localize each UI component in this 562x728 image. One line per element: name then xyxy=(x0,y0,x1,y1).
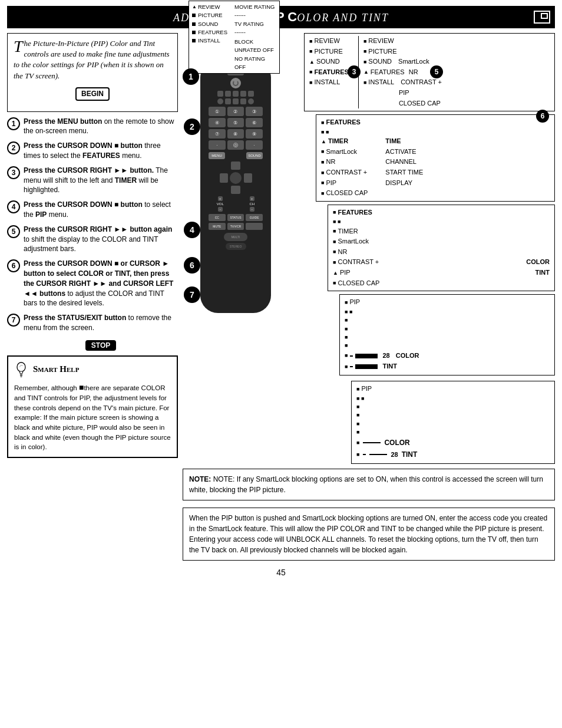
numpad-6[interactable]: ⑥ xyxy=(246,118,263,127)
dpad-down[interactable] xyxy=(231,186,240,194)
step-7: 7 Press the STATUS/EXIT button to remove… xyxy=(7,313,178,333)
remote-mute-btn[interactable]: MUTE xyxy=(209,223,226,230)
smart-help-box: Smart Help Remember, although ■there are… xyxy=(7,355,178,458)
step-4: 4 Press the CURSOR DOWN ■ button to sele… xyxy=(7,200,178,220)
step-2: 2 Press the CURSOR DOWN ■ button three t… xyxy=(7,141,178,161)
remote-sound-btn[interactable]: SOUND xyxy=(246,152,263,159)
bottom-text-box: When the PIP button is pushed and SmartL… xyxy=(183,508,555,561)
step-3-num: 3 xyxy=(7,166,20,179)
page-header: ADJUSTING THE PIP COLOR AND TINT xyxy=(7,6,555,28)
step-1: 1 Press the MENU button on the remote to… xyxy=(7,117,178,137)
menu-6: ■ PIP ■ ■ ■ ■ ■ ■ ■ COLOR xyxy=(351,381,555,464)
final-tint-label: TINT xyxy=(402,449,418,460)
numpad-8[interactable]: ⑧ xyxy=(227,129,244,139)
remote-pip2-btn[interactable] xyxy=(240,98,246,104)
numpad-7[interactable]: ⑦ xyxy=(209,129,226,139)
remote-stereo-btn[interactable]: STEREO xyxy=(226,243,246,250)
bottom-paragraph: When the PIP button is pushed and SmartL… xyxy=(189,514,547,554)
vol-controls: + VOL - xyxy=(217,196,224,212)
remote-pip-btn[interactable] xyxy=(233,91,239,97)
lightbulb-icon xyxy=(14,361,28,378)
remote-top-buttons xyxy=(204,91,267,97)
step-1-overlay: 1 xyxy=(183,68,199,85)
note-box: NOTE: NOTE: If any SmartLock blocking op… xyxy=(183,469,555,500)
remote-multi-btn[interactable]: MULTI xyxy=(224,233,247,241)
step-2-text: Press the CURSOR DOWN ■ button three tim… xyxy=(24,141,178,161)
numpad-3[interactable]: ③ xyxy=(246,107,263,116)
remote-guide-btn[interactable]: GUIDE xyxy=(246,214,263,221)
vol-label: VOL xyxy=(217,202,224,206)
final-color-label: COLOR xyxy=(384,437,409,449)
numpad-9[interactable]: ⑨ xyxy=(246,129,263,139)
remote-numpad: ① ② ③ ④ ⑤ ⑥ ⑦ ⑧ ⑨ · ⓪ · xyxy=(209,107,263,150)
remote-freeze-btn[interactable] xyxy=(248,91,254,97)
step-6-left-overlay: 6 xyxy=(184,257,200,274)
remote-input-btn[interactable] xyxy=(225,91,231,97)
remote-power-btn[interactable] xyxy=(230,78,241,88)
numpad-0[interactable]: ⓪ xyxy=(227,140,244,150)
numpad-1[interactable]: ① xyxy=(209,107,226,116)
step-6-right-overlay: 6 xyxy=(536,110,549,123)
remote-tv-btn[interactable] xyxy=(217,91,223,97)
remote-cc-btn[interactable]: CC xyxy=(209,214,226,221)
dpad-left[interactable] xyxy=(220,173,228,183)
svg-point-0 xyxy=(17,362,25,371)
step-5: 5 Press the CURSOR RIGHT ►► button again… xyxy=(7,225,178,254)
numpad-clear[interactable]: · xyxy=(209,140,226,150)
vol-down[interactable]: - xyxy=(218,207,223,212)
step-7-overlay: 7 xyxy=(184,286,200,303)
final-tint-row: ■ 28 TINT xyxy=(356,449,550,460)
intro-box: T he Picture-In-Picture (PIP) Color and … xyxy=(7,33,178,112)
remote-menu-btn[interactable]: MENU xyxy=(209,152,225,159)
begin-badge: BEGIN xyxy=(75,87,110,101)
step-1-text: Press the MENU button on the remote to s… xyxy=(24,117,178,137)
step-1-num: 1 xyxy=(7,117,20,130)
step-4-overlay: 4 xyxy=(184,222,200,238)
dpad-right[interactable] xyxy=(244,173,252,183)
remote-area: ▲ REVIEW PICTURE SOUND FEATURES INSTALL … xyxy=(183,33,289,313)
menu-4: ■ FEATURES ■ ■ ■ TIMER ■ SmartLock ■ NR … xyxy=(328,205,555,292)
remote-swap2-btn[interactable] xyxy=(225,98,231,104)
step-7-text: Press the STATUS/EXIT button to remove t… xyxy=(24,313,178,333)
final-color-row: ■ COLOR xyxy=(356,437,550,449)
step-6: 6 Press the CURSOR DOWN ■ or CURSOR ► bu… xyxy=(7,259,178,308)
intro-text: he Picture-In-Picture (PIP) Color and Ti… xyxy=(14,39,170,80)
smart-help-title: Smart Help xyxy=(33,364,79,374)
remote-blank-btn xyxy=(246,223,263,230)
step-7-num: 7 xyxy=(7,314,20,327)
step-6-num: 6 xyxy=(7,259,20,272)
ch-down[interactable]: - xyxy=(250,207,254,212)
step-5-num: 5 xyxy=(7,225,20,238)
note-text: NOTE: If any SmartLock blocking options … xyxy=(189,475,543,494)
remote-source-btn[interactable] xyxy=(233,98,239,104)
vol-up[interactable]: + xyxy=(218,196,223,201)
numpad-enter[interactable]: · xyxy=(246,140,263,150)
numpad-4[interactable]: ④ xyxy=(209,118,226,127)
remote-status-btn[interactable]: STATUS xyxy=(227,214,244,221)
remote-swap-btn[interactable] xyxy=(240,91,246,97)
dpad-up[interactable] xyxy=(231,162,240,170)
step-4-num: 4 xyxy=(7,200,20,213)
remote-dpad xyxy=(220,162,252,194)
menu-2-left: ■ REVIEW ■ PICTURE ▲ SOUND ■ FEATURES ■ … xyxy=(309,36,349,108)
intro-first-letter: T xyxy=(14,38,23,55)
ch-controls: + CH - xyxy=(250,196,255,212)
ch-up[interactable]: + xyxy=(250,196,254,201)
tint-bar-row: ■ TINT xyxy=(345,361,550,372)
remote-bottom-buttons: CC STATUS GUIDE MUTE TV/VCR xyxy=(209,214,263,230)
left-column: T he Picture-In-Picture (PIP) Color and … xyxy=(7,33,178,561)
menu-3: ■ FEATURES ■ ■ ▲ TIMER ■ SmartLock ■ NR … xyxy=(316,114,555,202)
remote-tvvcr-btn[interactable]: TV/VCR xyxy=(227,223,244,230)
step-4-text: Press the CURSOR DOWN ■ button to select… xyxy=(24,200,178,220)
step-3: 3 Press the CURSOR RIGHT ►► button. The … xyxy=(7,166,178,195)
dpad-center[interactable] xyxy=(230,172,242,184)
remote-menus-area: ▲ REVIEW PICTURE SOUND FEATURES INSTALL … xyxy=(183,33,555,464)
remote-vcr-btn[interactable] xyxy=(217,98,223,104)
tv-menu-top: ▲ REVIEW PICTURE SOUND FEATURES INSTALL … xyxy=(189,1,280,74)
menus-column: 3 5 6 ■ REVIEW ■ PICTURE ▲ SOUND ■ FEATU… xyxy=(292,33,555,464)
remote-ch-btn[interactable] xyxy=(248,98,254,104)
ch-label: CH xyxy=(250,202,255,206)
stop-badge: STOP xyxy=(85,340,116,351)
numpad-5[interactable]: ⑤ xyxy=(227,118,244,127)
numpad-2[interactable]: ② xyxy=(227,107,244,116)
